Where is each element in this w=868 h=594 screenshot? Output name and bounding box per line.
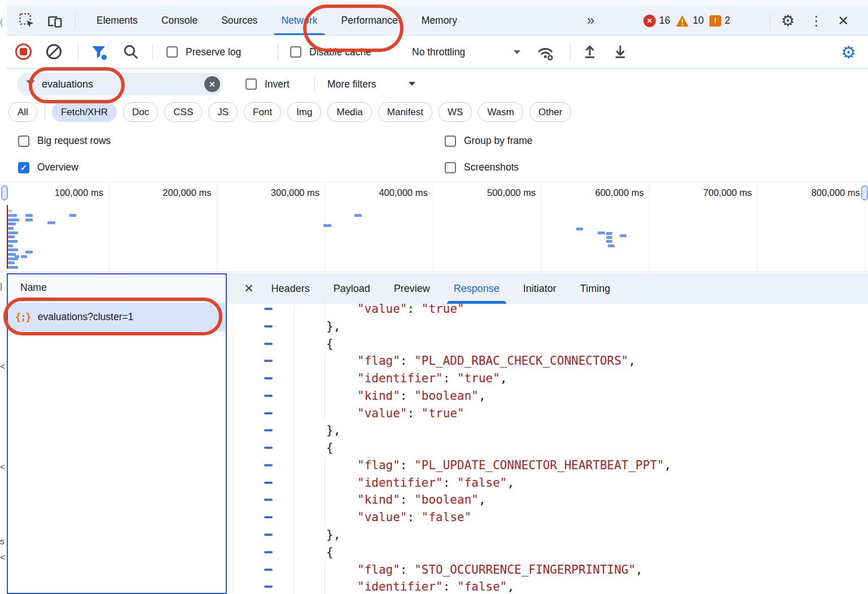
response-code-line: "flag": "PL_ADD_RBAC_CHECK_CONNECTORS", (357, 352, 635, 370)
requests-table: Name {;}evaluations?cluster=1 (7, 273, 227, 594)
network-settings-gear-icon[interactable]: ⚙ (841, 42, 856, 62)
clear-network-log-icon[interactable] (45, 43, 63, 60)
timeline-bar (15, 255, 19, 258)
devtools-window: (|<<s< ElementsConsoleSourcesNetworkPerf… (0, 0, 868, 594)
fold-gutter-dash[interactable] (264, 377, 273, 379)
fold-gutter-dash[interactable] (264, 551, 273, 553)
screenshots-checkbox[interactable] (445, 162, 456, 173)
option-group-by-frame: Group by frame (445, 135, 533, 147)
main-tabs: ElementsConsoleSourcesNetworkPerformance… (85, 6, 469, 36)
tab-sources[interactable]: Sources (209, 6, 269, 36)
big-request-rows-checkbox[interactable] (18, 136, 29, 147)
fold-gutter-dash[interactable] (264, 325, 273, 327)
detail-tab-response[interactable]: Response (442, 273, 511, 304)
response-code-line: }, (326, 526, 340, 544)
timeline-bar (7, 222, 16, 225)
tab-console[interactable]: Console (150, 6, 209, 36)
indent-guide (325, 561, 325, 594)
close-devtools-icon[interactable]: ✕ (838, 13, 849, 29)
detail-tab-preview[interactable]: Preview (382, 273, 442, 304)
chip-font[interactable]: Font (244, 102, 281, 122)
fold-gutter-dash[interactable] (264, 395, 273, 397)
errors-badge[interactable]: ✕16 (643, 15, 670, 27)
chip-img[interactable]: Img (287, 102, 321, 122)
network-conditions-icon[interactable] (536, 43, 555, 62)
response-code-line: "flag": "STO_OCCURRENCE_FINGERPRINTING", (357, 561, 643, 579)
more-tabs-icon[interactable]: » (587, 12, 593, 28)
inspect-element-icon[interactable] (19, 13, 34, 28)
warnings-badge[interactable]: 10 (676, 15, 703, 27)
record-network-log-button[interactable] (15, 43, 32, 60)
detail-tab-timing[interactable]: Timing (568, 273, 622, 304)
chip-wasm[interactable]: Wasm (478, 102, 523, 122)
invert-checkbox[interactable] (246, 78, 257, 90)
chip-other[interactable]: Other (529, 102, 572, 122)
export-har-icon[interactable] (612, 43, 629, 60)
overview-separator (0, 272, 868, 272)
clear-filter-icon[interactable]: ✕ (204, 76, 220, 92)
preserve-log-checkbox[interactable] (166, 46, 178, 58)
axis-tick-label: 700,000 ms (667, 187, 752, 198)
fold-gutter-dash[interactable] (264, 586, 273, 588)
filter-input[interactable] (42, 78, 177, 90)
chip-js[interactable]: JS (208, 102, 238, 122)
network-overview-timeline[interactable]: 100,000 ms200,000 ms300,000 ms400,000 ms… (0, 182, 868, 272)
fold-gutter-dash[interactable] (264, 499, 273, 501)
overview-right-grip[interactable] (861, 185, 868, 200)
group-by-frame-checkbox[interactable] (445, 136, 456, 147)
disable-cache-checkbox[interactable] (290, 46, 301, 58)
import-har-icon[interactable] (581, 43, 598, 60)
issues-badge[interactable]: !2 (709, 15, 730, 27)
filter-funnel-small-icon (25, 78, 36, 90)
fold-gutter-dash[interactable] (264, 569, 273, 571)
chip-fetch-xhr[interactable]: Fetch/XHR (52, 102, 117, 122)
fold-gutter-dash[interactable] (264, 360, 273, 362)
overview-checkbox[interactable]: ✓ (18, 162, 29, 173)
tab-memory[interactable]: Memory (410, 6, 469, 36)
overview-left-grip[interactable] (1, 185, 8, 200)
chip-doc[interactable]: Doc (123, 102, 158, 122)
overflow-menu-icon[interactable]: ⋮ (809, 13, 823, 29)
detail-tab-initiator[interactable]: Initiator (511, 273, 568, 304)
search-icon[interactable] (122, 43, 139, 60)
close-details-icon[interactable]: ✕ (244, 282, 254, 295)
tab-performance[interactable]: Performance (330, 6, 410, 36)
chip-ws[interactable]: WS (439, 102, 472, 122)
axis-tick-label: 300,000 ms (235, 187, 319, 198)
fold-gutter-dash[interactable] (264, 429, 273, 431)
timeline-bar-gray (7, 209, 12, 212)
chip-css[interactable]: CSS (164, 102, 202, 122)
fold-gutter-dash[interactable] (264, 447, 273, 449)
device-toolbar-icon[interactable] (47, 14, 63, 28)
response-code-line: "identifier": "true", (357, 370, 507, 387)
devtools-tab-bar: ElementsConsoleSourcesNetworkPerformance… (7, 6, 868, 36)
timeline-bar (7, 248, 18, 251)
axis-gridline (649, 182, 650, 272)
disable-cache-label: Disable cache (309, 46, 371, 58)
throttling-select[interactable]: No throttling (412, 46, 465, 58)
request-row[interactable]: {;}evaluations?cluster=1 (8, 303, 226, 331)
detail-tab-headers[interactable]: Headers (260, 273, 322, 304)
tab-elements[interactable]: Elements (85, 6, 150, 36)
group-by-frame-label: Group by frame (464, 135, 533, 147)
fold-gutter-dash[interactable] (264, 308, 273, 310)
settings-gear-icon[interactable]: ⚙ (781, 12, 795, 30)
fold-gutter-dash[interactable] (264, 534, 273, 536)
timeline-bar (7, 240, 17, 243)
response-code-line: { (326, 335, 334, 353)
filter-funnel-icon[interactable] (90, 43, 108, 62)
name-column-header[interactable]: Name (8, 274, 226, 302)
filter-input-pill[interactable]: ✕ (17, 73, 223, 95)
page-fragment: < (0, 361, 6, 371)
chip-manifest[interactable]: Manifest (378, 102, 432, 122)
fold-gutter-dash[interactable] (264, 516, 273, 518)
fold-gutter-dash[interactable] (264, 482, 273, 484)
more-filters-button[interactable]: More filters (327, 78, 376, 90)
chip-media[interactable]: Media (327, 102, 371, 122)
detail-tab-payload[interactable]: Payload (322, 273, 382, 304)
tab-network[interactable]: Network (269, 6, 329, 36)
fold-gutter-dash[interactable] (264, 464, 273, 466)
chip-all[interactable]: All (8, 102, 37, 122)
fold-gutter-dash[interactable] (264, 343, 273, 345)
fold-gutter-dash[interactable] (264, 412, 273, 414)
